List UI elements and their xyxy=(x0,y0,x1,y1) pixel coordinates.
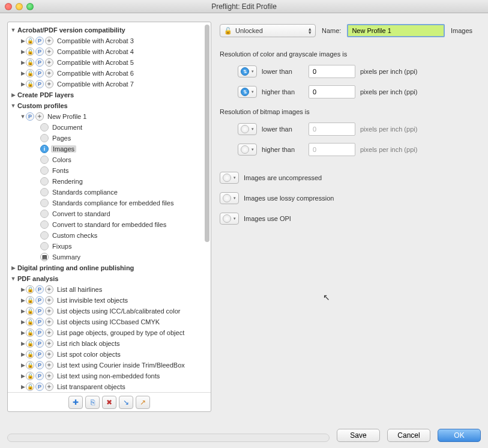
tree-item[interactable]: ▶🔒P✦Compatible with Acrobat 6 xyxy=(10,68,209,79)
higher-than-color-input[interactable] xyxy=(309,85,355,98)
dot-icon xyxy=(40,156,49,164)
import-profile-button[interactable]: ↘ xyxy=(119,396,133,409)
dot-icon xyxy=(40,231,49,240)
section-heading-color-grayscale: Resolution of color and grayscale images… xyxy=(220,50,472,58)
tree-item[interactable]: ▶🔒P✦List transparent objects xyxy=(10,381,209,392)
tree-item[interactable]: ▶🔒P✦List text using Courier inside Trim/… xyxy=(10,360,209,371)
delete-profile-button[interactable]: ✖ xyxy=(102,396,116,409)
disclosure-triangle-icon[interactable]: ▶ xyxy=(10,92,16,98)
tree-item[interactable]: ▶🔒P✦Compatible with Acrobat 5 xyxy=(10,57,209,68)
tree-item[interactable]: ▶🔒P✦List rich black objects xyxy=(10,338,209,349)
disclosure-triangle-icon[interactable]: ▶ xyxy=(20,330,26,336)
tree-item[interactable]: Fonts xyxy=(10,165,209,176)
tree-item-images[interactable]: iImages xyxy=(10,144,209,154)
horizontal-scrollbar[interactable] xyxy=(7,434,330,442)
lower-than-bitmap-input[interactable] xyxy=(309,123,355,136)
disclosure-triangle-icon[interactable]: ▼ xyxy=(10,276,16,282)
tree-item[interactable]: ▶🔒P✦List objects using ICCbased CMYK xyxy=(10,316,209,327)
scrollbar-thumb[interactable] xyxy=(205,25,209,242)
tree-item[interactable]: ▶🔒P✦List text using non-embedded fonts xyxy=(10,371,209,381)
disclosure-triangle-icon[interactable]: ▶ xyxy=(20,70,26,76)
tree-item-new-profile[interactable]: ▼P✦New Profile 1 xyxy=(10,111,209,122)
tree-group-custom-profiles[interactable]: ▼ Custom profiles xyxy=(10,100,209,111)
disclosure-triangle-icon[interactable]: ▶ xyxy=(20,341,26,347)
tree-item[interactable]: Standards compliance xyxy=(10,187,209,198)
export-profile-button[interactable]: ↗ xyxy=(136,396,150,409)
tree-item[interactable]: ▶🔒P✦List spot color objects xyxy=(10,349,209,360)
scrollbar[interactable] xyxy=(205,25,209,387)
lock-icon: 🔒 xyxy=(26,361,34,369)
lock-icon: 🔒 xyxy=(26,328,34,337)
dot-icon xyxy=(40,123,49,132)
profile-icon: P xyxy=(35,47,44,56)
add-profile-button[interactable]: ✚ xyxy=(68,396,83,409)
severity-select-opi[interactable]: ▾ xyxy=(220,213,239,225)
disclosure-triangle-icon[interactable]: ▶ xyxy=(20,351,26,357)
ok-button[interactable]: OK xyxy=(438,429,481,442)
severity-select-lossy[interactable]: ▾ xyxy=(220,192,239,204)
disclosure-triangle-icon[interactable]: ▼ xyxy=(10,103,16,109)
disclosure-triangle-icon[interactable]: ▶ xyxy=(20,59,26,65)
tree-item[interactable]: Pages xyxy=(10,133,209,144)
profile-name-input[interactable] xyxy=(347,24,445,37)
tree-item[interactable]: ▶🔒P✦List objects using ICC/Lab/calibrate… xyxy=(10,306,209,316)
disclosure-triangle-icon[interactable]: ▶ xyxy=(20,81,26,87)
profile-tree[interactable]: ▼ Acrobat/PDF version compatibility ▶🔒P✦… xyxy=(8,22,211,392)
chevron-down-icon: ▾ xyxy=(252,69,254,74)
profile-icon: P xyxy=(35,383,44,391)
tree-item[interactable]: Custom checks xyxy=(10,230,209,241)
disclosure-triangle-icon[interactable]: ▶ xyxy=(20,384,26,390)
severity-select-higher-bitmap[interactable]: ▾ xyxy=(238,144,257,156)
tree-item[interactable]: ▶🔒P✦Compatible with Acrobat 3 xyxy=(10,35,209,46)
dot-icon xyxy=(40,166,49,175)
duplicate-profile-button[interactable]: ⎘ xyxy=(85,396,100,409)
profile-icon: P xyxy=(35,350,44,359)
tree-group-pdf-analysis[interactable]: ▼ PDF analysis xyxy=(10,273,209,284)
disclosure-triangle-icon[interactable]: ▶ xyxy=(20,319,26,325)
severity-select-uncompressed[interactable]: ▾ xyxy=(220,172,239,184)
tree-item[interactable]: Rendering xyxy=(10,176,209,187)
tree-item[interactable]: Standards compliance for embedded files xyxy=(10,198,209,208)
lower-than-color-input[interactable] xyxy=(309,65,355,78)
tree-group-acrobat-compat[interactable]: ▼ Acrobat/PDF version compatibility xyxy=(10,25,209,35)
tree-item[interactable]: ▶🔒P✦List invisible text objects xyxy=(10,295,209,306)
profile-icon: P xyxy=(35,339,44,348)
disclosure-triangle-icon[interactable]: ▼ xyxy=(10,27,16,33)
tree-group-create-layers[interactable]: ▶ Create PDF layers xyxy=(10,89,209,100)
tree-item[interactable]: Convert to standard xyxy=(10,208,209,219)
higher-than-bitmap-input[interactable] xyxy=(309,143,355,156)
lock-icon: 🔒 xyxy=(26,350,34,359)
tree-item[interactable]: ▶🔒P✦List page objects, grouped by type o… xyxy=(10,327,209,338)
tree-item[interactable]: Colors xyxy=(10,154,209,165)
disclosure-triangle-icon[interactable]: ▶ xyxy=(20,49,26,55)
disclosure-triangle-icon[interactable]: ▶ xyxy=(20,297,26,303)
lock-status-select[interactable]: 🔓 Unlocked ▴▾ xyxy=(220,24,316,37)
severity-select-lower-bitmap[interactable]: ▾ xyxy=(238,123,257,135)
tree-item[interactable]: ▶🔒P✦Compatible with Acrobat 4 xyxy=(10,46,209,57)
tree-item[interactable]: Document xyxy=(10,122,209,133)
disclosure-triangle-icon[interactable]: ▼ xyxy=(20,114,26,120)
lock-icon: 🔒 xyxy=(26,58,34,67)
disclosure-triangle-icon[interactable]: ▶ xyxy=(20,373,26,379)
disclosure-triangle-icon[interactable]: ▶ xyxy=(20,308,26,314)
chevron-updown-icon: ▴▾ xyxy=(309,27,312,34)
save-button[interactable]: Save xyxy=(337,429,380,442)
gear-icon: ✦ xyxy=(45,296,53,304)
tree-item[interactable]: Fixups xyxy=(10,241,209,252)
disclosure-triangle-icon[interactable]: ▶ xyxy=(20,362,26,368)
lock-icon: 🔒 xyxy=(26,372,34,380)
severity-select-lower-color[interactable]: ▾ xyxy=(238,65,257,77)
cancel-button[interactable]: Cancel xyxy=(387,429,430,442)
tree-item[interactable]: ▶🔒P✦List all hairlines xyxy=(10,284,209,295)
disclosure-triangle-icon[interactable]: ▶ xyxy=(20,286,26,292)
disclosure-triangle-icon[interactable]: ▶ xyxy=(20,38,26,44)
dot-icon xyxy=(40,242,49,250)
tree-item[interactable]: Convert to standard for embedded files xyxy=(10,219,209,230)
tree-item[interactable]: ▶🔒P✦Compatible with Acrobat 7 xyxy=(10,79,209,89)
disclosure-triangle-icon[interactable]: ▶ xyxy=(10,265,16,271)
tree-group-digital-printing[interactable]: ▶ Digital printing and online publishing xyxy=(10,262,209,273)
name-label: Name: xyxy=(322,27,341,34)
tree-item[interactable]: ▤Summary xyxy=(10,252,209,262)
profile-icon: P xyxy=(35,318,44,326)
severity-select-higher-color[interactable]: ▾ xyxy=(238,86,257,98)
